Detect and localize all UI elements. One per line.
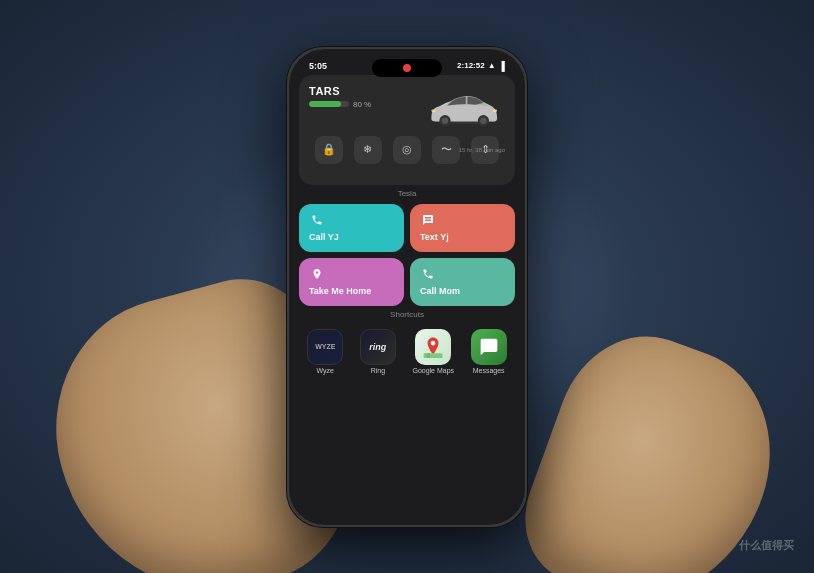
shortcut-call-yj[interactable]: Call YJ	[299, 204, 404, 252]
content-area: TARS 80 %	[289, 75, 525, 378]
tesla-info: TARS 80 %	[309, 85, 425, 109]
app-dock: WYZE Wyze ring Ring	[299, 325, 515, 378]
battery-bar	[309, 101, 349, 107]
recording-indicator	[403, 64, 411, 72]
phone: 5:05 2:12:52 ▲ ▐ TARS	[287, 47, 527, 527]
ring-label: Ring	[371, 367, 385, 374]
text-yj-icon	[420, 212, 436, 228]
text-yj-label: Text Yj	[420, 232, 505, 242]
battery-icon: ▐	[499, 61, 505, 71]
home-icon	[309, 266, 325, 282]
take-home-label: Take Me Home	[309, 286, 394, 296]
wyze-icon: WYZE	[307, 329, 343, 365]
call-yj-icon	[309, 212, 325, 228]
shortcut-text-yj[interactable]: Text Yj	[410, 204, 515, 252]
tesla-name: TARS	[309, 85, 425, 97]
messages-icon	[471, 329, 507, 365]
app-maps[interactable]: Google Maps	[412, 329, 454, 374]
svg-point-2	[442, 117, 448, 123]
app-ring[interactable]: ring Ring	[360, 329, 396, 374]
battery-percent: 80 %	[353, 100, 371, 109]
tesla-update-text: 15 hr, 38 min ago	[459, 147, 505, 153]
svg-point-7	[431, 340, 436, 345]
battery-fill	[309, 101, 341, 107]
wyze-label: Wyze	[317, 367, 334, 374]
tesla-car-image	[425, 85, 505, 130]
tesla-widget[interactable]: TARS 80 %	[299, 75, 515, 185]
watermark: 什么值得买	[739, 538, 794, 553]
svg-rect-5	[493, 109, 497, 111]
battery-bar-container: 80 %	[309, 100, 425, 109]
ring-icon: ring	[360, 329, 396, 365]
maps-label: Google Maps	[412, 367, 454, 374]
shortcuts-label: Shortcuts	[299, 310, 515, 319]
ctrl-wave[interactable]: 〜	[432, 136, 460, 164]
tesla-widget-label: Tesla	[299, 189, 515, 198]
hand-right	[506, 313, 802, 573]
call-mom-label: Call Mom	[420, 286, 505, 296]
status-right: 2:12:52 ▲ ▐	[457, 61, 505, 71]
svg-rect-6	[431, 109, 435, 111]
call-yj-label: Call YJ	[309, 232, 394, 242]
dynamic-island	[372, 59, 442, 77]
screen: 5:05 2:12:52 ▲ ▐ TARS	[289, 49, 525, 525]
svg-rect-9	[427, 353, 430, 358]
messages-label: Messages	[473, 367, 505, 374]
shortcut-call-mom[interactable]: Call Mom	[410, 258, 515, 306]
status-time-left: 5:05	[309, 61, 327, 71]
scene: 5:05 2:12:52 ▲ ▐ TARS	[0, 0, 814, 573]
maps-icon	[415, 329, 451, 365]
app-wyze[interactable]: WYZE Wyze	[307, 329, 343, 374]
svg-point-4	[480, 117, 486, 123]
shortcut-take-home[interactable]: Take Me Home	[299, 258, 404, 306]
call-mom-icon	[420, 266, 436, 282]
app-messages[interactable]: Messages	[471, 329, 507, 374]
shortcuts-grid: Call YJ Text Yj	[299, 204, 515, 306]
status-time-right: 2:12:52	[457, 61, 485, 70]
ctrl-lock[interactable]: 🔒	[315, 136, 343, 164]
ctrl-climate[interactable]: ❄	[354, 136, 382, 164]
wifi-icon: ▲	[488, 61, 496, 70]
ctrl-circle[interactable]: ◎	[393, 136, 421, 164]
svg-rect-8	[424, 353, 443, 358]
